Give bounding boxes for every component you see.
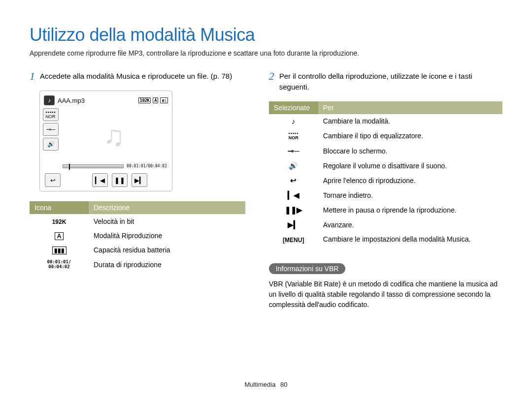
player-filename: AAA.mp3 [58, 97, 85, 104]
bitrate-icon: 192K [52, 218, 66, 225]
row-desc: Cambiare le impostazioni della modalità … [318, 232, 502, 247]
prev-track-icon: ▎◀ [288, 191, 299, 199]
step-2-number: 2 [269, 71, 274, 93]
row-desc: Durata di riproduzione [89, 257, 245, 273]
pause-icon: ❚❚ [112, 173, 128, 187]
intro-text: Apprendete come riprodurre file MP3, con… [30, 49, 502, 57]
col-selezionate: Selezionate [269, 101, 318, 114]
table-row: ↩ Aprire l'elenco di riproduzione. [269, 173, 502, 188]
table-row: ▶▎ Avanzare. [269, 217, 502, 232]
row-desc: Modalità Riproduzione [89, 228, 245, 243]
info-vbr-heading: Informazioni su VBR [269, 263, 346, 274]
col-per: Per [318, 101, 502, 114]
play-pause-icon: ❚❚▶ [285, 206, 302, 214]
row-desc: Regolare il volume o disattivare il suon… [318, 158, 502, 173]
lock-key-icon: ⊸─ [288, 147, 299, 155]
table-row: 🔊 Regolare il volume o disattivare il su… [269, 158, 502, 173]
row-desc: Capacità residua batteria [89, 243, 245, 257]
table-row: [MENU] Cambiare le impostazioni della mo… [269, 232, 502, 247]
table-row: ❚❚▶ Mettere in pausa o riprende la ripro… [269, 203, 502, 217]
icon-description-table: Icona Descrizione 192K Velocità in bit A… [30, 201, 245, 273]
next-track-icon: ▶▎ [132, 173, 147, 187]
lock-key-icon: ⊸─ [43, 123, 59, 136]
table-row: ▎◀ Tornare indietro. [269, 188, 502, 203]
menu-label: [MENU] [283, 237, 304, 244]
footer-section: Multimedia [245, 381, 276, 388]
step-1-text: Accedete alla modalità Musica e riproduc… [40, 71, 232, 82]
music-note-icon: ♪ [44, 95, 55, 105]
row-desc: Velocità in bit [89, 214, 245, 228]
duration-icon: 00:01:01/00:04:02 [47, 259, 71, 269]
col-icona: Icona [30, 201, 89, 214]
info-vbr-body: VBR (Variable Bit Rate) è un metodo di c… [269, 279, 502, 310]
volume-icon: 🔊 [43, 138, 59, 151]
row-desc: Cambiare il tipo di equalizzatore. [318, 128, 502, 144]
album-art-placeholder: ♫ [59, 108, 169, 162]
row-desc: Bloccare lo schermo. [318, 144, 502, 158]
table-row: ▮▮▮ Capacità residua batteria [30, 243, 245, 257]
player-screenshot: ♪ AAA.mp3 192K A ▮▯ ▪▪▪▪▪NOR ⊸─ 🔊 ♫ [39, 91, 172, 191]
progress-bar [63, 164, 124, 168]
bitrate-badge: 192K [138, 97, 151, 103]
page-footer: Multimedia 80 [0, 381, 532, 388]
playmode-badge: A [153, 97, 158, 103]
battery-icon: ▮▮▮ [52, 247, 66, 254]
row-desc: Aprire l'elenco di riproduzione. [318, 173, 502, 188]
volume-icon: 🔊 [289, 161, 298, 170]
back-icon: ↩ [45, 173, 61, 187]
music-note-icon: ♪ [292, 117, 296, 125]
page-title: Utilizzo della modalità Musica [30, 25, 502, 45]
row-desc: Tornare indietro. [318, 188, 502, 203]
table-row: ⊸─ Bloccare lo schermo. [269, 144, 502, 158]
step-1-number: 1 [30, 71, 35, 82]
row-desc: Mettere in pausa o riprende la riproduzi… [318, 203, 502, 217]
table-row: 00:01:01/00:04:02 Durata di riproduzione [30, 257, 245, 273]
playmode-icon: A [55, 232, 64, 240]
table-row: ▪▪▪▪▪NOR Cambiare il tipo di equalizzato… [269, 128, 502, 144]
row-desc: Cambiare la modalità. [318, 114, 502, 128]
next-track-icon: ▶▎ [288, 220, 299, 229]
col-descrizione: Descrizione [89, 201, 245, 214]
back-icon: ↩ [290, 176, 297, 185]
progress-time: 00:01:01/00:04:02 [127, 164, 167, 168]
battery-icon: ▮▯ [160, 97, 168, 103]
row-desc: Avanzare. [318, 217, 502, 232]
table-row: ♪ Cambiare la modalità. [269, 114, 502, 128]
equalizer-nor-icon: ▪▪▪▪▪NOR [43, 108, 59, 121]
step-2-text: Per il controllo della riproduzione, uti… [279, 71, 502, 93]
table-row: A Modalità Riproduzione [30, 228, 245, 243]
controls-table: Selezionate Per ♪ Cambiare la modalità. … [269, 101, 502, 247]
equalizer-nor-icon: ▪▪▪▪▪NOR [288, 131, 299, 140]
footer-page-number: 80 [280, 381, 287, 388]
table-row: 192K Velocità in bit [30, 214, 245, 228]
large-music-note-icon: ♫ [103, 119, 125, 152]
prev-track-icon: ▎◀ [92, 173, 108, 187]
